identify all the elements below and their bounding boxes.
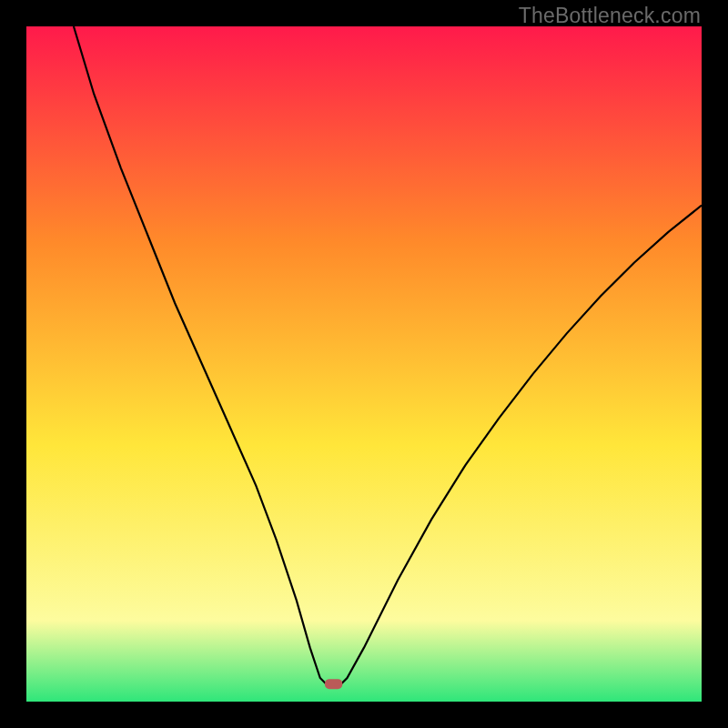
highlight-marker	[325, 679, 342, 689]
chart-background	[26, 26, 702, 702]
chart-plot	[26, 26, 702, 702]
chart-frame: TheBottleneck.com	[0, 0, 728, 728]
watermark-text: TheBottleneck.com	[519, 4, 701, 28]
